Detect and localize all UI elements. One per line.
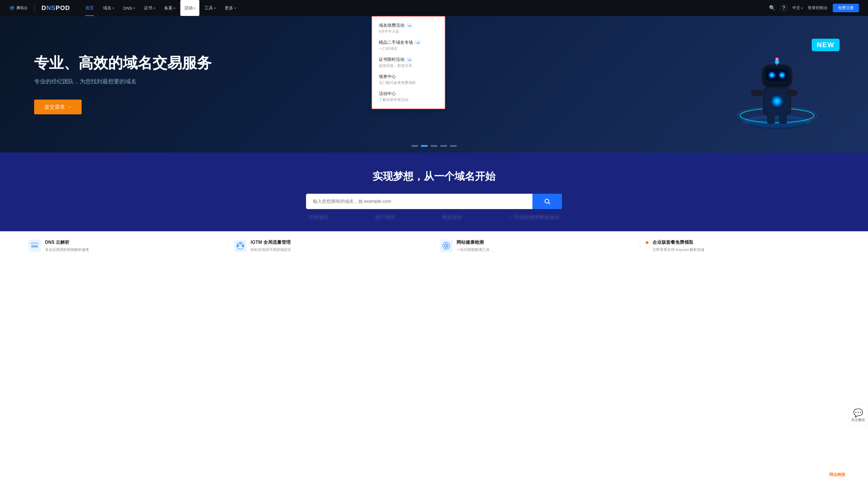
- activity-dropdown: 域名续费活动 ☁ 6月年中大促 精品二手域名专场 ☁ 一口价域名 证书限时活动 …: [371, 16, 445, 109]
- svg-point-46: [446, 245, 447, 246]
- dns-icon: DNS: [28, 240, 41, 252]
- health-icon: [440, 240, 453, 252]
- dropdown-item-subtitle: 了解当前所有活动: [379, 97, 438, 102]
- login-button[interactable]: 登录控制台: [808, 5, 828, 10]
- features-row: DNS DNS 云解析 专业且易用的智能解析服务 IGTM 全局流量管理 轻松实…: [0, 231, 868, 260]
- dropdown-item-title: 精品二手域名专场 ☁: [379, 40, 438, 45]
- dot-4[interactable]: [440, 145, 447, 147]
- igtm-icon: [234, 240, 247, 252]
- dropdown-item-secondhand[interactable]: 精品二手域名专场 ☁ 一口价域名: [372, 37, 445, 54]
- search-bar: [306, 194, 562, 209]
- dropdown-item-subtitle: 一口价域名: [379, 46, 438, 51]
- dropdown-item-title: 域名续费活动 ☁: [379, 23, 438, 28]
- svg-point-21: [781, 74, 783, 77]
- tag-2: 热 门 域 名: [376, 215, 395, 220]
- search-icon[interactable]: 🔍: [769, 5, 775, 11]
- cloud-badge: ☁: [406, 57, 413, 62]
- svg-point-23: [776, 61, 778, 63]
- hero-visual: NEW: [709, 22, 845, 147]
- chevron-down-icon: ▾: [234, 6, 236, 10]
- cloud-badge: ☁: [415, 40, 421, 44]
- svg-point-18: [770, 74, 773, 77]
- help-icon[interactable]: ?: [780, 5, 787, 11]
- search-section: 实现梦想，从一个域名开始 示 例 域 名 热 门 域 名 精 品 域 名 二 手…: [0, 152, 868, 231]
- new-badge: NEW: [812, 39, 840, 51]
- nav-item-home[interactable]: 首页: [81, 0, 98, 16]
- dropdown-item-coupon[interactable]: 领券中心 无门槛代金券免费领取: [372, 71, 445, 88]
- chevron-down-icon: ▾: [214, 6, 216, 10]
- chevron-down-icon: ▾: [801, 6, 803, 10]
- nav-item-more[interactable]: 更多 ▾: [221, 0, 240, 16]
- hero-content: 专业、高效的域名交易服务 专业的经纪团队，为您找到最想要的域名 提交需求 →: [0, 54, 246, 114]
- hero-title: 专业、高效的域名交易服务: [34, 54, 212, 72]
- dropdown-item-subtitle: 6月年中大促: [379, 29, 438, 34]
- domain-search-input[interactable]: [306, 194, 532, 209]
- svg-rect-26: [785, 90, 798, 96]
- chevron-down-icon: ▾: [113, 6, 114, 10]
- chevron-down-icon: ▾: [133, 6, 135, 10]
- svg-point-11: [775, 99, 779, 103]
- nav-right: 🔍 ? 中文 ▾ 登录控制台 免费注册: [769, 4, 859, 12]
- tencent-logo[interactable]: 腾讯云: [9, 5, 28, 11]
- feature-enterprise[interactable]: 企业版套餐免费领取 立即享受全球 Anycast 解析加速: [640, 240, 845, 252]
- dropdown-item-title: 证书限时活动 ☁: [379, 57, 438, 62]
- chevron-down-icon: ▾: [154, 6, 155, 10]
- dropdown-item-title: 领券中心: [379, 74, 438, 79]
- dropdown-item-renewal[interactable]: 域名续费活动 ☁ 6月年中大促: [372, 20, 445, 37]
- chevron-down-icon: ▾: [194, 6, 195, 10]
- nav-item-tools[interactable]: 工具 ▾: [200, 0, 220, 16]
- feature-igtm[interactable]: IGTM 全局流量管理 轻松实现高可用异地容灾: [228, 240, 434, 252]
- tag-1: 示 例 域 名: [309, 215, 328, 220]
- svg-rect-25: [751, 90, 763, 96]
- svg-rect-35: [31, 242, 39, 244]
- nav-item-beian[interactable]: 备案 ▾: [160, 0, 179, 16]
- tags-row: 示 例 域 名 热 门 域 名 精 品 域 名 二 手 域 名 推 荐 精 选 …: [306, 215, 562, 220]
- search-button[interactable]: [532, 194, 562, 209]
- tencent-label: 腾讯云: [17, 5, 28, 10]
- logo-divider: [34, 5, 35, 11]
- search-title: 实现梦想，从一个域名开始: [0, 170, 868, 183]
- hero-subtitle: 专业的经纪团队，为您找到最想要的域名: [34, 78, 212, 85]
- dropdown-item-subtitle: 超值优惠，新老共享: [379, 63, 438, 68]
- dot-1[interactable]: [411, 145, 418, 147]
- feature-dns[interactable]: DNS DNS 云解析 专业且易用的智能解析服务: [23, 240, 228, 252]
- svg-rect-27: [767, 114, 775, 124]
- nav-item-dns[interactable]: DNS ▾: [119, 0, 139, 16]
- search-icon: [544, 198, 551, 205]
- dropdown-item-center[interactable]: 活动中心 了解当前所有活动: [372, 88, 445, 105]
- svg-rect-36: [234, 240, 247, 252]
- dropdown-item-title: 活动中心: [379, 91, 438, 96]
- register-button[interactable]: 免费注册: [833, 4, 859, 12]
- svg-point-30: [776, 58, 778, 60]
- feature-text-igtm: IGTM 全局流量管理 轻松实现高可用异地容灾: [251, 240, 291, 252]
- dot-5[interactable]: [450, 145, 457, 147]
- chevron-down-icon: ▾: [174, 6, 175, 10]
- feature-text-dns: DNS 云解析 专业且易用的智能解析服务: [45, 240, 89, 252]
- feature-health[interactable]: 网站健康检测 一站式智能检测工具: [434, 240, 640, 252]
- dropdown-item-subtitle: 无门槛代金券免费领取: [379, 80, 438, 85]
- dropdown-item-cert[interactable]: 证书限时活动 ☁ 超值优惠，新老共享: [372, 54, 445, 71]
- svg-text:DNS: DNS: [31, 245, 38, 248]
- nav-item-activity[interactable]: 活动 ▾: [180, 0, 199, 16]
- svg-rect-28: [779, 114, 787, 124]
- dot-3[interactable]: [431, 145, 437, 147]
- submit-button[interactable]: 提交需求 →: [34, 99, 82, 114]
- svg-line-32: [549, 203, 550, 204]
- logo-area: 腾讯云 DNSPOD: [9, 4, 70, 12]
- feature-text-health: 网站健康检测 一站式智能检测工具: [457, 240, 490, 252]
- tag-3: 精 品 域 名: [442, 215, 462, 220]
- tag-4: 二 手 域 名 推 荐 精 选 域 名: [509, 215, 559, 220]
- nav-item-cert[interactable]: 证书 ▾: [140, 0, 159, 16]
- nav-links: 首页 域名 ▾ DNS ▾ 证书 ▾ 备案 ▾ 活动 ▾ 工具 ▾ 更多 ▾: [81, 0, 769, 16]
- slide-dots: [411, 145, 457, 147]
- dnspod-logo[interactable]: DNSPOD: [41, 4, 70, 12]
- feature-dot: [646, 241, 648, 244]
- feature-text-enterprise: 企业版套餐免费领取 立即享受全球 Anycast 解析加速: [652, 240, 705, 252]
- cloud-badge: ☁: [406, 23, 413, 28]
- dot-2[interactable]: [421, 145, 428, 147]
- robot-illustration: [728, 33, 825, 135]
- language-selector[interactable]: 中文 ▾: [792, 5, 803, 10]
- navbar: 腾讯云 DNSPOD 首页 域名 ▾ DNS ▾ 证书 ▾ 备案 ▾ 活动 ▾: [0, 0, 868, 16]
- svg-point-0: [13, 6, 14, 7]
- nav-item-domain[interactable]: 域名 ▾: [99, 0, 118, 16]
